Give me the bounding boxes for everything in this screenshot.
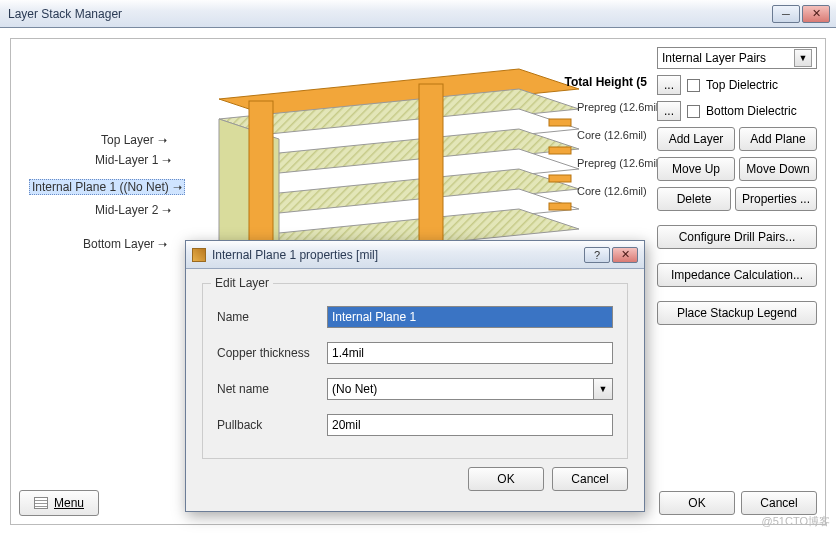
bottom-dielectric-label: Bottom Dielectric [706, 104, 797, 118]
menu-icon [34, 497, 48, 509]
net-label: Net name [217, 382, 327, 396]
callout-core-2: Core (12.6mil) [577, 185, 647, 197]
svg-rect-16 [549, 203, 571, 210]
close-button[interactable]: ✕ [802, 5, 830, 23]
label-bottom-layer: Bottom Layer➝ [83, 237, 167, 251]
properties-button[interactable]: Properties ... [735, 187, 817, 211]
top-dielectric-label: Top Dielectric [706, 78, 778, 92]
label-top-layer: Top Layer➝ [101, 133, 167, 147]
add-plane-button[interactable]: Add Plane [739, 127, 817, 151]
thickness-input[interactable]: 1.4mil [327, 342, 613, 364]
top-dielectric-row: ... Top Dielectric [657, 75, 817, 95]
window-buttons: ─ ✕ [772, 5, 830, 23]
place-legend-button[interactable]: Place Stackup Legend [657, 301, 817, 325]
svg-rect-15 [549, 175, 571, 182]
thickness-label: Copper thickness [217, 346, 327, 360]
menu-button[interactable]: Menu [19, 490, 99, 516]
label-internal-plane-1[interactable]: Internal Plane 1 ((No Net)➝ [29, 179, 185, 195]
label-mid-layer-2: Mid-Layer 2➝ [95, 203, 171, 217]
callout-core-1: Core (12.6mil) [577, 129, 647, 141]
label-mid-layer-1: Mid-Layer 1➝ [95, 153, 171, 167]
edit-layer-group: Edit Layer Name Internal Plane 1 Copper … [202, 283, 628, 459]
properties-dialog: Internal Plane 1 properties [mil] ? ✕ Ed… [185, 240, 645, 512]
name-input[interactable]: Internal Plane 1 [327, 306, 613, 328]
group-label: Edit Layer [211, 276, 273, 290]
delete-button[interactable]: Delete [657, 187, 731, 211]
total-height-label: Total Height (5 [565, 75, 647, 89]
cancel-button[interactable]: Cancel [741, 491, 817, 515]
impedance-button[interactable]: Impedance Calculation... [657, 263, 817, 287]
pullback-input[interactable]: 20mil [327, 414, 613, 436]
window-title: Layer Stack Manager [6, 7, 772, 21]
svg-rect-14 [549, 147, 571, 154]
top-dielectric-checkbox[interactable] [687, 79, 700, 92]
pullback-label: Pullback [217, 418, 327, 432]
bottom-dielectric-ellipsis-button[interactable]: ... [657, 101, 681, 121]
callout-prepreg-1: Prepreg (12.6mil) [577, 101, 662, 113]
move-down-button[interactable]: Move Down [739, 157, 817, 181]
svg-rect-13 [549, 119, 571, 126]
callout-prepreg-2: Prepreg (12.6mil) [577, 157, 662, 169]
top-dielectric-ellipsis-button[interactable]: ... [657, 75, 681, 95]
dialog-icon [192, 248, 206, 262]
dialog-cancel-button[interactable]: Cancel [552, 467, 628, 491]
move-up-button[interactable]: Move Up [657, 157, 735, 181]
minimize-button[interactable]: ─ [772, 5, 800, 23]
bottom-dielectric-checkbox[interactable] [687, 105, 700, 118]
ok-button[interactable]: OK [659, 491, 735, 515]
chevron-down-icon[interactable]: ▼ [593, 378, 613, 400]
layer-pairs-dropdown[interactable]: Internal Layer Pairs ▼ [657, 47, 817, 69]
add-layer-button[interactable]: Add Layer [657, 127, 735, 151]
name-label: Name [217, 310, 327, 324]
dialog-titlebar: Internal Plane 1 properties [mil] ? ✕ [186, 241, 644, 269]
svg-rect-12 [419, 84, 443, 252]
dialog-help-button[interactable]: ? [584, 247, 610, 263]
dialog-close-button[interactable]: ✕ [612, 247, 638, 263]
chevron-down-icon: ▼ [794, 49, 812, 67]
dialog-title: Internal Plane 1 properties [mil] [212, 248, 584, 262]
side-panel: Internal Layer Pairs ▼ ... Top Dielectri… [657, 47, 817, 325]
bottom-dielectric-row: ... Bottom Dielectric [657, 101, 817, 121]
watermark: @51CTO博客 [762, 514, 830, 529]
configure-drill-button[interactable]: Configure Drill Pairs... [657, 225, 817, 249]
dialog-ok-button[interactable]: OK [468, 467, 544, 491]
titlebar: Layer Stack Manager ─ ✕ [0, 0, 836, 28]
layer-pairs-value: Internal Layer Pairs [662, 51, 766, 65]
net-name-combo[interactable]: (No Net) [327, 378, 593, 400]
